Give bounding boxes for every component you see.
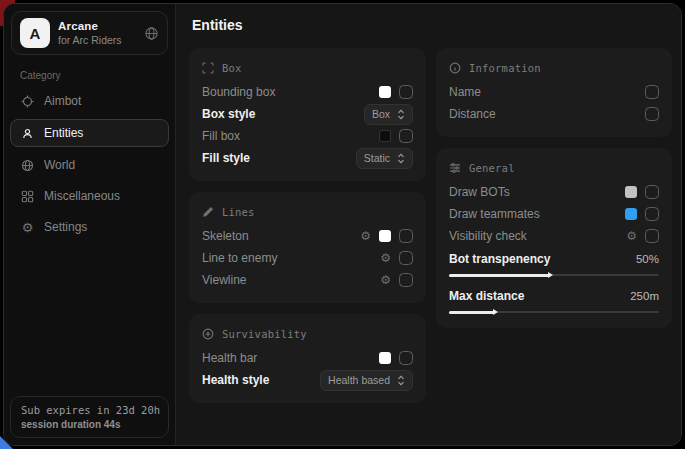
card-lines: Lines Skeleton ⚙ Line to enemy ⚙ [189,192,426,303]
crosshair-icon [20,95,35,108]
gear-icon[interactable]: ⚙ [380,252,391,264]
slider-fill [449,311,495,314]
sidebar: A Arcane for Arc Riders Category Aimbot [4,4,176,445]
chevron-up-down-icon [397,153,405,164]
gear-icon[interactable]: ⚙ [626,230,637,242]
box-corners-icon [202,62,214,74]
person-scan-icon [20,127,35,140]
pencil-line-icon [202,206,214,218]
fill-box-color-swatch[interactable] [379,130,391,142]
card-general: General Draw BOTs Draw teammates [436,148,672,328]
health-style-dropdown[interactable]: Health based [320,370,413,391]
row-skeleton: Skeleton ⚙ [202,225,413,247]
card-information-header: Information [449,58,659,78]
fill-box-checkbox[interactable] [399,129,413,143]
slider-thumb[interactable] [548,272,553,278]
brand-card: A Arcane for Arc Riders [11,11,168,55]
chevron-up-down-icon [397,375,405,386]
visibility-check-checkbox[interactable] [645,229,659,243]
info-icon [449,62,461,74]
card-survivability-header: Survivability [202,324,413,344]
dropdown-value: Static [364,152,390,164]
sidebar-item-settings[interactable]: ⚙ Settings [10,214,169,240]
row-visibility-check: Visibility check ⚙ [449,225,659,247]
bot-transparency-slider[interactable] [449,274,659,276]
avatar: A [20,18,50,48]
app-window: A Arcane for Arc Riders Category Aimbot [3,3,682,446]
chevron-up-down-icon [397,109,405,120]
session-duration-text: session duration 44s [21,419,158,430]
card-information: Information Name Distance [436,48,672,137]
row-line-to-enemy: Line to enemy ⚙ [202,247,413,269]
brand-title: Arcane [58,20,122,32]
row-health-bar: Health bar [202,347,413,369]
draw-teammates-checkbox[interactable] [645,207,659,221]
sidebar-item-aimbot[interactable]: Aimbot [10,88,169,114]
sidebar-item-entities[interactable]: Entities [10,119,169,147]
bounding-box-color-swatch[interactable] [379,86,391,98]
row-distance: Distance [449,103,659,125]
sub-expiry-text: Sub expires in 23d 20h [21,404,158,416]
line-to-enemy-checkbox[interactable] [399,251,413,265]
row-draw-teammates: Draw teammates [449,203,659,225]
medical-cross-icon [202,328,214,340]
bounding-box-checkbox[interactable] [399,85,413,99]
card-lines-header: Lines [202,202,413,222]
card-general-header: General [449,158,659,178]
sliders-icon [449,162,461,174]
row-bounding-box: Bounding box [202,81,413,103]
world-icon [20,159,35,172]
main-panel: Entities Box Bounding box [176,4,682,445]
dropdown-value: Box [372,108,390,120]
card-box-header: Box [202,58,413,78]
row-draw-bots: Draw BOTs [449,181,659,203]
row-box-style: Box style Box [202,103,413,125]
sidebar-item-world[interactable]: World [10,152,169,178]
health-bar-checkbox[interactable] [399,351,413,365]
draw-teammates-color-swatch[interactable] [625,208,637,220]
gear-icon[interactable]: ⚙ [380,274,391,286]
sidebar-item-label: Entities [44,126,83,140]
draw-bots-checkbox[interactable] [645,185,659,199]
sidebar-nav: Aimbot Entities World [4,88,175,240]
gear-icon: ⚙ [20,220,35,235]
skeleton-color-swatch[interactable] [379,230,391,242]
category-label: Category [20,70,175,81]
name-checkbox[interactable] [645,85,659,99]
card-survivability: Survivability Health bar Health style [189,314,426,403]
fill-style-dropdown[interactable]: Static [356,148,413,169]
page-title: Entities [192,17,672,33]
row-fill-style: Fill style Static [202,147,413,169]
max-distance-value: 250m [630,290,659,302]
distance-checkbox[interactable] [645,107,659,121]
row-health-style: Health style Health based [202,369,413,391]
row-max-distance: Max distance 250m [449,286,659,306]
dropdown-value: Health based [328,374,390,386]
draw-bots-color-swatch[interactable] [625,186,637,198]
max-distance-slider[interactable] [449,311,659,313]
row-name: Name [449,81,659,103]
row-bot-transparency: Bot transpenency 50% [449,249,659,269]
bot-transparency-value: 50% [636,253,659,265]
health-bar-color-swatch[interactable] [379,352,391,364]
row-fill-box: Fill box [202,125,413,147]
slider-fill [449,274,550,277]
viewline-checkbox[interactable] [399,273,413,287]
row-viewline: Viewline ⚙ [202,269,413,291]
grid-icon [20,190,35,203]
sidebar-item-label: Aimbot [44,94,81,108]
sidebar-item-miscellaneous[interactable]: Miscellaneous [10,183,169,209]
box-style-dropdown[interactable]: Box [364,104,413,125]
card-box: Box Bounding box Box style Box [189,48,426,181]
skeleton-checkbox[interactable] [399,229,413,243]
subscription-card: Sub expires in 23d 20h session duration … [10,396,169,438]
slider-thumb[interactable] [493,309,498,315]
sidebar-item-label: Settings [44,220,87,234]
gear-icon[interactable]: ⚙ [360,230,371,242]
sidebar-item-label: Miscellaneous [44,189,120,203]
globe-icon[interactable] [144,26,159,41]
sidebar-item-label: World [44,158,75,172]
brand-subtitle: for Arc Riders [58,34,122,46]
